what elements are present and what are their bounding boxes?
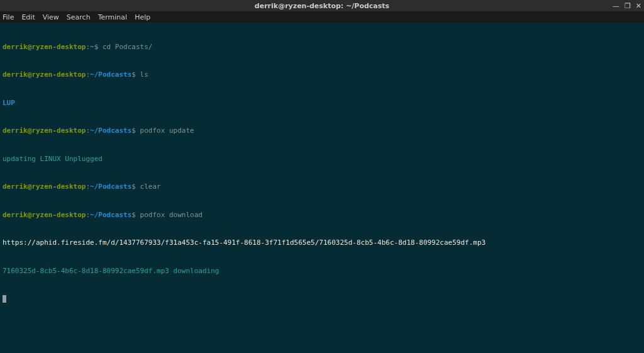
menu-file[interactable]: File	[3, 13, 14, 21]
prompt-dollar: $	[131, 70, 140, 79]
prompt-path: ~/Podcasts	[90, 126, 131, 135]
command-text: cd Podcasts/	[103, 43, 152, 51]
prompt-path: ~	[90, 43, 94, 51]
prompt-dollar: $	[131, 182, 140, 191]
prompt-user-host: derrik@ryzen-desktop	[3, 126, 86, 135]
prompt-dollar: $	[131, 211, 140, 219]
menu-help[interactable]: Help	[135, 13, 150, 21]
terminal-area[interactable]: derrik@ryzen-desktop:~$ cd Podcasts/ der…	[0, 23, 644, 315]
command-text: ls	[140, 70, 148, 79]
command-text: clear	[140, 182, 161, 191]
window-title: derrik@ryzen-desktop: ~/Podcasts	[255, 2, 389, 10]
menubar: File Edit View Search Terminal Help	[0, 11, 644, 23]
prompt-path: ~/Podcasts	[90, 182, 131, 191]
terminal-cursor-line	[3, 294, 641, 304]
terminal-line: derrik@ryzen-desktop:~/Podcasts$ clear	[3, 182, 641, 192]
command-text: podfox update	[140, 126, 194, 135]
minimize-button[interactable]: —	[613, 3, 619, 9]
terminal-line: derrik@ryzen-desktop:~$ cd Podcasts/	[3, 43, 641, 52]
prompt-dollar: $	[94, 43, 103, 51]
terminal-line: derrik@ryzen-desktop:~/Podcasts$ podfox …	[3, 211, 641, 220]
titlebar: derrik@ryzen-desktop: ~/Podcasts — ❐ ✕	[0, 0, 644, 11]
terminal-line: derrik@ryzen-desktop:~/Podcasts$ podfox …	[3, 126, 641, 136]
terminal-output: updating LINUX Unplugged	[3, 155, 641, 164]
menu-terminal[interactable]: Terminal	[98, 13, 128, 21]
menu-search[interactable]: Search	[67, 13, 91, 21]
cursor-icon	[3, 295, 6, 303]
maximize-button[interactable]: ❐	[625, 3, 631, 9]
terminal-line: derrik@ryzen-desktop:~/Podcasts$ ls	[3, 70, 641, 80]
terminal-output: https://aphid.fireside.fm/d/1437767933/f…	[3, 238, 641, 248]
terminal-output: 7160325d-8cb5-4b6c-8d18-80992cae59df.mp3…	[3, 267, 641, 276]
prompt-user-host: derrik@ryzen-desktop	[3, 43, 86, 51]
command-text: podfox download	[140, 211, 203, 219]
prompt-user-host: derrik@ryzen-desktop	[3, 211, 86, 219]
prompt-path: ~/Podcasts	[90, 211, 131, 219]
prompt-user-host: derrik@ryzen-desktop	[3, 182, 86, 191]
prompt-user-host: derrik@ryzen-desktop	[3, 70, 86, 79]
prompt-dollar: $	[131, 126, 140, 135]
menu-edit[interactable]: Edit	[21, 13, 35, 21]
close-button[interactable]: ✕	[636, 3, 641, 9]
menu-view[interactable]: View	[43, 13, 59, 21]
prompt-path: ~/Podcasts	[90, 70, 131, 79]
terminal-output: LUP	[3, 99, 641, 108]
window-controls: — ❐ ✕	[613, 0, 641, 11]
